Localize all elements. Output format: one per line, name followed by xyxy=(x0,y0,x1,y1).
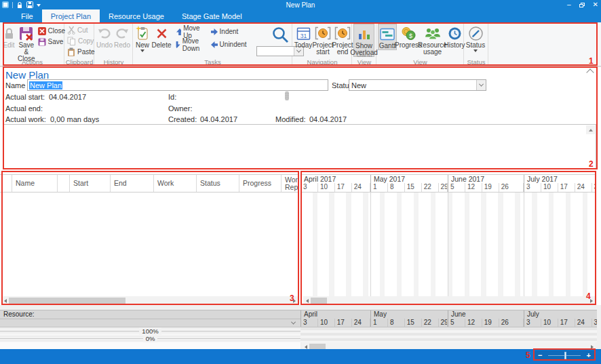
gantt-week: 17 xyxy=(558,183,575,192)
app-icon[interactable] xyxy=(2,1,9,8)
task-search-input[interactable] xyxy=(257,47,294,55)
cut-button[interactable]: Cut xyxy=(66,25,96,35)
name-input[interactable]: New Plan xyxy=(27,79,328,91)
new-task-button[interactable]: New xyxy=(134,24,151,52)
status-combo[interactable]: New xyxy=(349,79,486,91)
column-header-progress[interactable]: Progress xyxy=(239,175,282,192)
column-header-end[interactable]: End xyxy=(111,175,154,192)
redo-button[interactable]: Redo xyxy=(113,24,131,49)
progress-view-button[interactable]: $ Progress xyxy=(397,24,420,49)
zoom-track[interactable] xyxy=(548,355,580,356)
resource-section: Resource: 100% 0% April May June July 3 … xyxy=(0,305,601,349)
scroll-right-icon[interactable] xyxy=(587,296,595,305)
qat-dropdown-icon[interactable] xyxy=(37,4,41,7)
tab-stage-gate-model[interactable]: Stage Gate Model xyxy=(173,9,251,22)
close-button[interactable]: ✕ xyxy=(593,1,598,8)
resource-dropdown-icon[interactable] xyxy=(291,320,296,325)
arrow-up-icon xyxy=(176,28,181,35)
column-header-work[interactable]: Work xyxy=(154,175,197,192)
project-end-button[interactable]: Project end xyxy=(333,24,352,56)
column-header-empty1[interactable] xyxy=(0,175,12,192)
scroll-left-icon[interactable] xyxy=(1,296,9,305)
zoom-out-button[interactable]: − xyxy=(535,352,545,359)
table-horizontal-scrollbar[interactable] xyxy=(1,296,298,305)
column-header-status[interactable]: Status xyxy=(197,175,239,192)
actual-work-value: 0,00 man days xyxy=(50,115,99,123)
group-label-history: History xyxy=(94,58,133,66)
actual-work-label: Actual work: xyxy=(5,115,46,123)
zoom-slider[interactable]: − + xyxy=(535,350,594,360)
history-clock-icon xyxy=(448,24,462,42)
gantt-view-button[interactable]: Gantt xyxy=(378,24,397,50)
zoom-in-button[interactable]: + xyxy=(583,352,594,359)
resource-usage-view-button[interactable]: Resource usage xyxy=(420,24,445,56)
actual-end-label: Actual end: xyxy=(5,104,43,113)
gantt-week: 12 xyxy=(465,183,482,192)
group-label-view: View xyxy=(376,58,464,66)
tab-project-plan[interactable]: Project Plan xyxy=(42,9,100,22)
main-split-area: Name Start End Work Status Progress Work… xyxy=(0,171,601,305)
lock-icon[interactable] xyxy=(16,1,23,9)
undo-button[interactable]: Undo xyxy=(96,24,113,49)
resource-week: 12 xyxy=(465,319,482,327)
scissors-icon xyxy=(67,26,75,35)
description-field[interactable] xyxy=(3,124,596,169)
save-icon[interactable] xyxy=(26,1,33,8)
restore-button[interactable] xyxy=(579,3,585,7)
scroll-right-icon[interactable] xyxy=(290,296,298,305)
search-icon[interactable] xyxy=(271,25,290,44)
close-plan-button[interactable]: Close xyxy=(37,26,67,36)
gantt-horizontal-scrollbar[interactable] xyxy=(303,296,595,305)
resource-week: 10 xyxy=(318,319,335,327)
description-textarea[interactable] xyxy=(4,125,596,168)
resource-month: May xyxy=(370,310,448,319)
status-button[interactable]: Status xyxy=(465,24,486,52)
new-dropdown-icon[interactable] xyxy=(140,49,144,52)
paste-button[interactable]: Paste xyxy=(66,47,96,57)
drag-handle-icon[interactable] xyxy=(285,92,289,100)
resource-week: 1 xyxy=(371,319,388,327)
scrollbar-thumb[interactable] xyxy=(9,298,125,304)
tab-file[interactable]: File xyxy=(12,9,42,22)
title-bar: New Plan – ✕ xyxy=(0,0,601,9)
scroll-left-icon[interactable] xyxy=(303,296,311,305)
resource-week: 19 xyxy=(482,319,499,327)
history-view-button[interactable]: History xyxy=(445,24,464,49)
resource-week: 24 xyxy=(352,319,370,327)
undo-icon xyxy=(98,24,111,42)
indent-button[interactable]: Indent xyxy=(210,26,248,37)
status-dropdown-icon[interactable] xyxy=(473,49,478,52)
edit-button[interactable]: Edit xyxy=(1,24,16,49)
minimize-button[interactable]: – xyxy=(567,1,571,8)
project-start-button[interactable]: Project start xyxy=(313,24,333,56)
svg-text:$: $ xyxy=(409,32,412,39)
column-header-empty2[interactable] xyxy=(58,175,70,192)
delete-task-button[interactable]: Delete xyxy=(151,24,172,49)
group-label-gantt-view: Gantt View xyxy=(352,51,376,66)
status-combo-dropdown-icon[interactable] xyxy=(476,80,486,90)
save-and-close-button[interactable]: Save & Close xyxy=(16,24,37,62)
resource-week: 24 xyxy=(575,319,592,327)
tab-resource-usage[interactable]: Resource Usage xyxy=(100,9,173,22)
resource-week: 3 xyxy=(524,319,541,327)
lock-icon xyxy=(3,24,15,42)
today-button[interactable]: 31 Today xyxy=(294,24,313,49)
scroll-up-icon[interactable] xyxy=(586,125,595,134)
name-label: Name xyxy=(5,81,25,89)
column-header-work-reported[interactable]: Work Reported xyxy=(282,175,299,192)
collapse-form-icon[interactable] xyxy=(586,68,594,76)
name-value-selected: New Plan xyxy=(29,81,62,89)
save-button[interactable]: Save xyxy=(37,37,67,47)
column-header-name[interactable]: Name xyxy=(12,175,58,192)
unindent-button[interactable]: Unindent xyxy=(210,39,248,49)
actual-start-label: Actual start: xyxy=(5,93,45,101)
resource-selector-combo[interactable] xyxy=(0,319,300,327)
gantt-timeline-body[interactable] xyxy=(300,193,596,296)
move-down-button[interactable]: Move Down xyxy=(175,39,204,49)
scrollbar-thumb[interactable] xyxy=(311,298,327,304)
move-up-button[interactable]: Move Up xyxy=(175,26,204,37)
column-header-start[interactable]: Start xyxy=(70,175,111,192)
copy-button[interactable]: Copy xyxy=(66,36,96,46)
zoom-thumb[interactable] xyxy=(564,352,566,359)
gantt-week: 1 xyxy=(371,183,388,192)
